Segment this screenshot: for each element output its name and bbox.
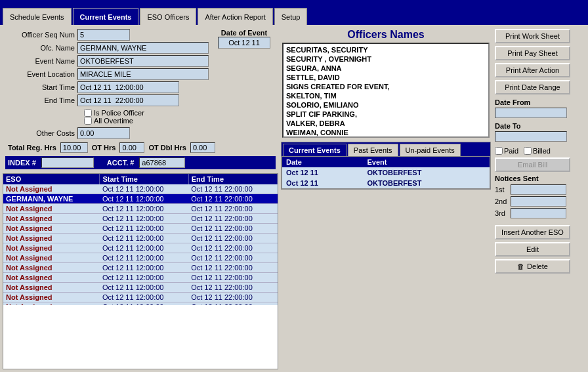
trash-icon: 🗑 bbox=[517, 262, 524, 270]
eso-cell: Not Assigned bbox=[3, 283, 100, 293]
eso-cell: Not Assigned bbox=[3, 243, 100, 253]
event-name-input[interactable] bbox=[77, 55, 209, 67]
event-location-row: Event Location bbox=[5, 68, 210, 80]
ofc-name-label: Ofc. Name bbox=[5, 44, 77, 52]
ot-dbl-hrs-input[interactable] bbox=[190, 142, 215, 153]
all-overtime-checkbox[interactable] bbox=[84, 117, 92, 125]
event-location-input[interactable] bbox=[77, 68, 209, 80]
ot-hrs-input[interactable] bbox=[119, 142, 144, 153]
notice-2nd-input[interactable] bbox=[511, 196, 566, 207]
officers-list-item[interactable]: SIGNS CREATED FOR EVENT, bbox=[285, 82, 487, 91]
event-name-row: Event Name bbox=[5, 55, 210, 67]
tab-current-events[interactable]: Current Events bbox=[73, 8, 139, 25]
officers-list-item[interactable]: SOLORIO, EMILIANO bbox=[285, 100, 487, 110]
officers-list-item[interactable]: YOUNG, JAMES bbox=[285, 137, 487, 138]
print-pay-sheet-button[interactable]: Print Pay Sheet bbox=[495, 46, 570, 60]
ot-dbl-hrs-label: OT Dbl Hrs bbox=[148, 144, 186, 152]
tab-current-events-events[interactable]: Current Events bbox=[283, 144, 346, 156]
print-date-range-button[interactable]: Print Date Range bbox=[495, 80, 570, 94]
tab-after-action-report[interactable]: After Action Report bbox=[198, 8, 272, 25]
all-overtime-section: All Overtime bbox=[84, 117, 276, 125]
notice-1st-row: 1st bbox=[495, 184, 578, 195]
event-location-label: Event Location bbox=[5, 70, 77, 78]
total-reg-hrs-input[interactable] bbox=[60, 142, 88, 153]
eso-start-cell: Oct 12 11 12:00:00 bbox=[100, 253, 188, 263]
date-to-input[interactable] bbox=[495, 131, 567, 142]
eso-start-cell: Oct 12 11 12:00:00 bbox=[100, 273, 188, 283]
officers-list-item[interactable]: SPLIT CIF PARKING, bbox=[285, 110, 487, 119]
date-from-input[interactable] bbox=[495, 108, 567, 118]
print-after-action-button[interactable]: Print After Action bbox=[495, 63, 570, 77]
officer-seq-input[interactable] bbox=[77, 29, 130, 41]
start-time-input[interactable] bbox=[77, 81, 179, 93]
tab-eso-officers[interactable]: ESO Officers bbox=[140, 8, 196, 25]
eso-end-cell: Oct 12 11 22:00:00 bbox=[188, 253, 277, 263]
edit-button[interactable]: Edit bbox=[495, 242, 570, 257]
index-row: INDEX # ACCT. # bbox=[5, 156, 276, 169]
officers-list-item[interactable]: SECURITY , OVERNIGHT bbox=[285, 54, 487, 64]
officers-list-item[interactable]: SETTLE, DAVID bbox=[285, 73, 487, 82]
notice-1st-input[interactable] bbox=[511, 184, 566, 195]
officers-list-item[interactable]: SEGURA, ANNA bbox=[285, 64, 487, 73]
date-to-label: Date To bbox=[495, 122, 578, 130]
tab-past-events[interactable]: Past Events bbox=[348, 144, 398, 156]
start-time-col-header: Start Time bbox=[100, 174, 188, 184]
event-date-cell: Oct 12 11 bbox=[282, 178, 364, 188]
date-from-label: Date From bbox=[495, 98, 578, 106]
bottom-right: Paid Billed Email Bill Notices Sent 1st … bbox=[495, 147, 578, 274]
tab-unpaid-events[interactable]: Un-paid Events bbox=[400, 144, 461, 156]
date-of-event-section: Date of Event bbox=[213, 29, 276, 49]
delete-button[interactable]: 🗑 Delete bbox=[495, 259, 570, 274]
print-work-sheet-button[interactable]: Print Work Sheet bbox=[495, 29, 570, 43]
eso-start-cell: Oct 12 11 12:00:00 bbox=[100, 283, 188, 293]
index-input[interactable] bbox=[41, 157, 94, 168]
notice-2nd-row: 2nd bbox=[495, 196, 578, 207]
eso-cell: Not Assigned bbox=[3, 253, 100, 263]
officers-title: Officers Names bbox=[282, 29, 490, 41]
eso-col-header: ESO bbox=[3, 174, 100, 184]
events-event-header: Event bbox=[364, 157, 490, 167]
eso-start-cell: Oct 12 11 12:00:00 bbox=[100, 204, 188, 214]
officers-list-item[interactable]: SKELTON, TIM bbox=[285, 91, 487, 100]
acct-input[interactable] bbox=[139, 157, 185, 168]
eso-cell: Not Assigned bbox=[3, 293, 100, 302]
tab-schedule-events[interactable]: Schedule Events bbox=[3, 8, 72, 25]
totals-row: Total Reg. Hrs OT Hrs OT Dbl Hrs bbox=[5, 142, 276, 154]
end-time-label: End Time bbox=[5, 96, 77, 104]
officer-seq-label: Officer Seq Num bbox=[5, 31, 77, 39]
eso-scroll[interactable]: ESO Start Time End Time Not AssignedOct … bbox=[3, 174, 278, 305]
all-overtime-label[interactable]: All Overtime bbox=[84, 117, 133, 125]
is-police-officer-label[interactable]: Is Police Officer bbox=[84, 109, 144, 117]
end-time-col-header: End Time bbox=[188, 174, 277, 184]
eso-start-cell: Oct 12 11 12:00:00 bbox=[100, 184, 188, 194]
eso-end-cell: Oct 12 11 22:00:00 bbox=[188, 184, 277, 194]
billed-checkbox[interactable] bbox=[524, 147, 532, 155]
officers-listbox[interactable]: SECURITAS, SECURITYSECURITY , OVERNIGHTS… bbox=[282, 43, 490, 138]
eso-end-cell: Oct 12 11 22:00:00 bbox=[188, 263, 277, 273]
paid-label[interactable]: Paid bbox=[495, 147, 518, 155]
events-tabs: Current Events Past Events Un-paid Event… bbox=[282, 142, 490, 156]
eso-cell: Not Assigned bbox=[3, 204, 100, 214]
tab-setup[interactable]: Setup bbox=[274, 8, 308, 25]
date-to-section: Date To bbox=[495, 122, 578, 142]
ofc-name-input[interactable] bbox=[77, 42, 209, 54]
insert-another-eso-button[interactable]: Insert Another ESO bbox=[495, 225, 570, 239]
end-time-input[interactable] bbox=[77, 94, 179, 106]
paid-checkbox[interactable] bbox=[495, 147, 503, 155]
eso-start-cell: Oct 12 11 12:00:00 bbox=[100, 302, 188, 306]
is-police-officer-checkbox[interactable] bbox=[84, 109, 92, 117]
events-section: Current Events Past Events Un-paid Event… bbox=[281, 142, 491, 190]
billed-label[interactable]: Billed bbox=[524, 147, 551, 155]
events-date-header: Date bbox=[282, 157, 364, 167]
notice-1st-label: 1st bbox=[495, 186, 508, 194]
eso-start-cell: Oct 12 11 12:00:00 bbox=[100, 224, 188, 234]
other-costs-input[interactable] bbox=[77, 127, 130, 139]
officers-list-item[interactable]: SECURITAS, SECURITY bbox=[285, 45, 487, 54]
date-of-event-input[interactable] bbox=[218, 37, 270, 49]
delete-label: Delete bbox=[527, 262, 548, 270]
eso-table-container: ESO Start Time End Time Not AssignedOct … bbox=[3, 173, 278, 369]
eso-end-cell: Oct 12 11 22:00:00 bbox=[188, 214, 277, 224]
notice-3rd-input[interactable] bbox=[511, 208, 566, 218]
officers-list-item[interactable]: WEIMAN, CONNIE bbox=[285, 128, 487, 137]
officers-list-item[interactable]: VALKER, DEBRA bbox=[285, 119, 487, 128]
